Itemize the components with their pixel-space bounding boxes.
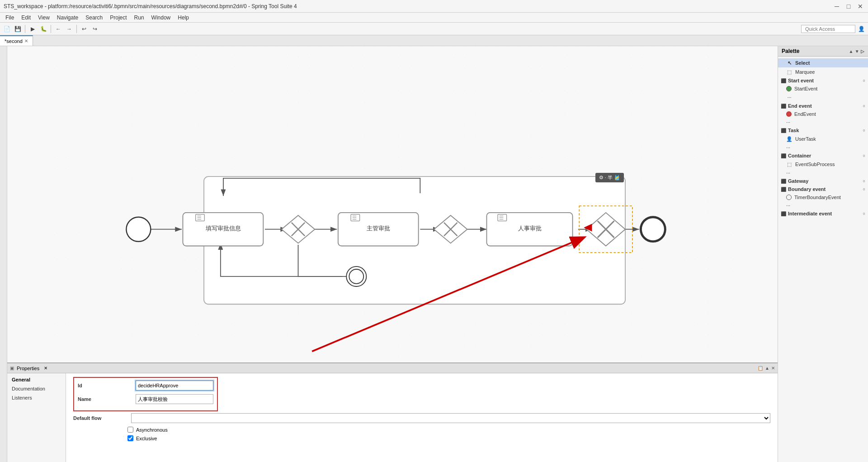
palette-section-end-event[interactable]: ⬛ End event ○ bbox=[778, 102, 868, 110]
end-event-section-icon: ⬛ bbox=[781, 104, 786, 109]
menu-project[interactable]: Project bbox=[106, 14, 130, 22]
async-checkbox[interactable] bbox=[127, 427, 133, 433]
exclusive-label: Exclusive bbox=[136, 436, 157, 441]
start-event-shape bbox=[126, 217, 151, 242]
start-event-label: StartEvent bbox=[794, 86, 817, 91]
palette-section-start-event[interactable]: ⬛ Start event ○ bbox=[778, 76, 868, 85]
main-layout: 填写审批信息 主管审批 bbox=[0, 46, 868, 462]
menu-search[interactable]: Search bbox=[82, 14, 106, 22]
properties-header: ▣ Properties ✕ 📋 ▲ ✕ bbox=[7, 363, 778, 373]
default-flow-select[interactable] bbox=[131, 413, 770, 423]
left-ruler bbox=[0, 46, 7, 462]
props-tab-general[interactable]: General bbox=[7, 375, 66, 384]
timer-boundary-label: TimerBoundaryEvent bbox=[794, 195, 841, 200]
minimize-button[interactable]: ─ bbox=[833, 2, 841, 10]
quick-access-input[interactable] bbox=[801, 25, 855, 33]
palette-section-task[interactable]: ⬛ Task ○ bbox=[778, 126, 868, 134]
properties-tab-label: ✕ bbox=[44, 366, 47, 371]
id-input[interactable] bbox=[136, 381, 213, 391]
properties-sidebar: General Documentation Listeners bbox=[7, 373, 66, 462]
start-event-section-label: Start event bbox=[788, 78, 814, 83]
props-tab-listeners[interactable]: Listeners bbox=[7, 393, 66, 402]
maximize-button[interactable]: □ bbox=[844, 2, 853, 10]
toolbar-debug[interactable]: 🐛 bbox=[38, 24, 48, 34]
gateway-section-label: Gateway bbox=[788, 178, 808, 184]
boundary-event-section-label: Boundary event bbox=[788, 186, 826, 192]
palette-item-task-extra[interactable]: ··· bbox=[778, 143, 868, 152]
palette-item-boundary-extra[interactable]: ··· bbox=[778, 201, 868, 210]
palette-item-end-extra[interactable]: ··· bbox=[778, 118, 868, 126]
palette-item-timer-boundary[interactable]: TimerBoundaryEvent bbox=[778, 193, 868, 201]
props-tab-documentation[interactable]: Documentation bbox=[7, 384, 66, 393]
palette-item-start-extra[interactable]: ··· bbox=[778, 93, 868, 102]
editor-area: 填写审批信息 主管审批 bbox=[7, 46, 778, 462]
menu-navigate[interactable]: Navigate bbox=[53, 14, 82, 22]
properties-title: Properties bbox=[17, 366, 39, 371]
id-name-highlight-box: Id Name bbox=[73, 377, 218, 411]
props-icon-1[interactable]: 📋 bbox=[758, 366, 763, 371]
task-extra-label: ··· bbox=[786, 145, 790, 150]
palette-section-boundary-event[interactable]: ⬛ Boundary event ○ bbox=[778, 185, 868, 193]
toolbar-save[interactable]: 💾 bbox=[13, 24, 23, 34]
end-event-collapse-icon: ○ bbox=[863, 104, 865, 108]
palette-header: Palette ▲ ▼ ▷ bbox=[778, 46, 868, 57]
palette-scroll-down[interactable]: ▼ bbox=[855, 49, 859, 54]
title-text: STS_workspace - platform:/resource/activ… bbox=[4, 3, 297, 10]
name-input[interactable] bbox=[136, 394, 213, 404]
name-label: Name bbox=[78, 396, 132, 402]
palette-section-intermediate-event[interactable]: ⬛ Intermediate event ○ bbox=[778, 210, 868, 218]
default-flow-label: Default flow bbox=[73, 415, 127, 421]
toolbar-run[interactable]: ▶ bbox=[28, 24, 38, 34]
toolbar-sep-1 bbox=[25, 25, 25, 33]
toolbar-forward[interactable]: → bbox=[64, 24, 74, 34]
svg-point-42 bbox=[641, 217, 665, 242]
tab-bar: *second ✕ bbox=[0, 35, 868, 46]
palette-item-user-task[interactable]: 👤 UserTask bbox=[778, 134, 868, 143]
toolbar-new[interactable]: 📄 bbox=[2, 24, 12, 34]
props-icon-2[interactable]: ▲ bbox=[765, 366, 769, 371]
toolbar-sep-2 bbox=[51, 25, 51, 33]
task-section-label: Task bbox=[788, 128, 799, 133]
container-collapse-icon: ○ bbox=[863, 153, 865, 158]
async-row: Asynchronous bbox=[73, 427, 770, 433]
bpmn-diagram: 填写审批信息 主管审批 bbox=[7, 46, 778, 362]
toolbar-redo[interactable]: ↪ bbox=[90, 24, 100, 34]
palette-item-end-event[interactable]: EndEvent bbox=[778, 110, 868, 118]
palette-item-container-extra[interactable]: ··· bbox=[778, 169, 868, 177]
toolbar-back[interactable]: ← bbox=[53, 24, 63, 34]
palette-collapse[interactable]: ▷ bbox=[861, 49, 864, 54]
menu-file[interactable]: File bbox=[2, 14, 18, 22]
user-task-icon: 👤 bbox=[786, 136, 793, 142]
menu-view[interactable]: View bbox=[34, 14, 53, 22]
svg-text:填写审批信息: 填写审批信息 bbox=[205, 225, 241, 232]
diagram-canvas[interactable]: 填写审批信息 主管审批 bbox=[7, 46, 778, 362]
intermediate-collapse-icon: ○ bbox=[863, 211, 865, 216]
palette-scroll-up[interactable]: ▲ bbox=[849, 49, 854, 54]
select-icon: ↖ bbox=[786, 60, 793, 66]
toolbar-user[interactable]: 👤 bbox=[856, 24, 866, 34]
tab-label: *second bbox=[5, 38, 23, 44]
exclusive-checkbox[interactable] bbox=[127, 435, 133, 441]
palette-item-select[interactable]: ↖ Select bbox=[778, 58, 868, 67]
menu-window[interactable]: Window bbox=[148, 14, 175, 22]
svg-text:人事审批: 人事审批 bbox=[518, 225, 542, 232]
menu-help[interactable]: Help bbox=[174, 14, 193, 22]
palette-section-gateway[interactable]: ⬛ Gateway ○ bbox=[778, 177, 868, 185]
container-extra-label: ··· bbox=[786, 170, 790, 176]
props-icon-3[interactable]: ✕ bbox=[771, 366, 775, 371]
task-section-icon: ⬛ bbox=[781, 128, 786, 133]
svg-text:主管审批: 主管审批 bbox=[367, 225, 390, 232]
menu-edit[interactable]: Edit bbox=[18, 14, 34, 22]
tab-second[interactable]: *second ✕ bbox=[0, 35, 33, 46]
menu-run[interactable]: Run bbox=[131, 14, 148, 22]
marquee-icon: ⬚ bbox=[786, 69, 793, 75]
palette-item-event-subprocess[interactable]: ⬚ EventSubProcess bbox=[778, 160, 868, 169]
palette-item-start-event[interactable]: StartEvent bbox=[778, 85, 868, 93]
tab-close[interactable]: ✕ bbox=[24, 38, 28, 43]
toolbar-undo[interactable]: ↩ bbox=[79, 24, 89, 34]
palette-section-container[interactable]: ⬛ Container ○ bbox=[778, 152, 868, 160]
menu-bar: File Edit View Navigate Search Project R… bbox=[0, 13, 868, 23]
palette-item-marquee[interactable]: ⬚ Marquee bbox=[778, 67, 868, 76]
close-button[interactable]: ✕ bbox=[856, 2, 864, 10]
boundary-extra-label: ··· bbox=[786, 203, 790, 208]
